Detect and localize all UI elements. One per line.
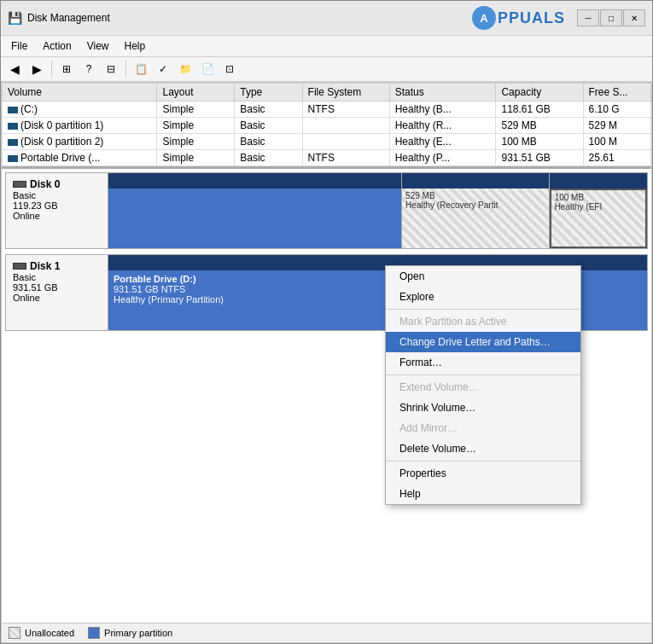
- table-row[interactable]: (Disk 0 partition 1) Simple Basic Health…: [3, 118, 651, 134]
- table-row[interactable]: (C:) Simple Basic NTFS Healthy (B... 118…: [3, 102, 651, 118]
- disk0-recovery-header: [402, 173, 549, 189]
- volume-table-section: Volume Layout Type File System Status Ca…: [2, 83, 651, 169]
- cell-volume: Portable Drive (...: [3, 150, 157, 166]
- table-row[interactable]: (Disk 0 partition 2) Simple Basic Health…: [3, 134, 651, 150]
- cell-status: Healthy (R...: [389, 118, 496, 134]
- disk1-size: 931.51 GB: [13, 282, 101, 293]
- forward-button[interactable]: ▶: [26, 60, 47, 78]
- disk1-label: Disk 1 Basic 931.51 GB Online: [6, 255, 108, 330]
- disk0-c-header: [108, 173, 401, 189]
- disk0-icon: [13, 181, 26, 188]
- disk0-partitions: 529 MBHealthy (Recovery Partit 100 MBHea…: [108, 173, 647, 248]
- toolbar-check-button[interactable]: ✓: [153, 60, 173, 78]
- close-button[interactable]: ✕: [623, 9, 645, 26]
- menu-file[interactable]: File: [4, 38, 34, 55]
- col-status: Status: [389, 84, 496, 102]
- cell-layout: Simple: [157, 150, 235, 166]
- appuals-avatar: A: [472, 6, 496, 30]
- legend-unallocated: Unallocated: [9, 627, 74, 639]
- cell-status: Healthy (E...: [389, 134, 496, 150]
- disk0-efi-header: [550, 173, 647, 189]
- ctx-sep-2: [386, 374, 580, 375]
- disk0-efi-partition[interactable]: 100 MBHealthy (EFI: [550, 173, 647, 248]
- ctx-format[interactable]: Format…: [386, 352, 580, 373]
- disk0-recovery-partition[interactable]: 529 MBHealthy (Recovery Partit: [402, 173, 550, 248]
- disk0-c-body: [108, 189, 401, 248]
- ctx-delete-volume[interactable]: Delete Volume…: [386, 438, 580, 459]
- disk0-status: Online: [13, 211, 101, 221]
- cell-layout: Simple: [157, 134, 235, 150]
- disk0-size: 119.23 GB: [13, 200, 101, 211]
- ctx-mark-active: Mark Partition as Active: [386, 311, 580, 332]
- disk0-label: Disk 0 Basic 119.23 GB Online: [6, 173, 108, 248]
- disk0-row: Disk 0 Basic 119.23 GB Online: [5, 172, 648, 249]
- col-volume: Volume: [3, 84, 157, 102]
- title-bar: 💾 Disk Management A PPUALS ─ □ ✕: [1, 1, 652, 36]
- disk0-title: Disk 0: [30, 178, 60, 190]
- ctx-open[interactable]: Open: [386, 266, 580, 287]
- cell-free: 529 M: [583, 118, 650, 134]
- toolbar-folder-button[interactable]: 📁: [175, 60, 195, 78]
- ctx-add-mirror: Add Mirror…: [386, 418, 580, 438]
- toolbar-separator-1: [51, 61, 52, 78]
- window-controls: ─ □ ✕: [577, 9, 645, 26]
- menu-help[interactable]: Help: [118, 38, 153, 55]
- toolbar: ◀ ▶ ⊞ ? ⊟ 📋 ✓ 📁 📄 ⊡: [1, 57, 652, 82]
- ctx-properties[interactable]: Properties: [386, 463, 580, 484]
- disk0-type: Basic: [13, 190, 101, 200]
- cell-capacity: 100 MB: [496, 134, 583, 150]
- toolbar-help-button[interactable]: ?: [79, 60, 99, 78]
- back-button[interactable]: ◀: [4, 60, 25, 78]
- col-capacity: Capacity: [496, 84, 583, 102]
- appuals-logo: A PPUALS: [472, 6, 565, 30]
- cell-layout: Simple: [157, 118, 235, 134]
- toolbar-clipboard-button[interactable]: 📋: [131, 60, 151, 78]
- cell-capacity: 529 MB: [496, 118, 583, 134]
- disk1-drive-label: Portable Drive (D:): [114, 274, 196, 284]
- cell-fs: [302, 118, 389, 134]
- cell-status: Healthy (B...: [389, 102, 496, 118]
- maximize-button[interactable]: □: [600, 9, 622, 26]
- ctx-help[interactable]: Help: [386, 484, 580, 504]
- toolbar-separator-2: [125, 61, 126, 78]
- context-menu: Open Explore Mark Partition as Active Ch…: [385, 265, 581, 505]
- toolbar-grid-button[interactable]: ⊞: [56, 60, 77, 78]
- ctx-explore[interactable]: Explore: [386, 287, 580, 307]
- legend-unallocated-box: [9, 627, 20, 639]
- toolbar-grid2-button[interactable]: ⊡: [219, 60, 240, 78]
- legend-unallocated-label: Unallocated: [25, 628, 74, 638]
- cell-type: Basic: [235, 150, 302, 166]
- disk1-status: Online: [13, 293, 101, 303]
- ctx-sep-1: [386, 309, 580, 310]
- window-title: Disk Management: [27, 12, 110, 24]
- disk0-name: Disk 0: [13, 178, 101, 190]
- cell-type: Basic: [235, 134, 302, 150]
- disk1-drive-status: Healthy (Primary Partition): [114, 294, 224, 305]
- col-type: Type: [235, 84, 302, 102]
- cell-capacity: 931.51 GB: [496, 150, 583, 166]
- window: 💾 Disk Management A PPUALS ─ □ ✕ File Ac…: [0, 0, 653, 644]
- ctx-change-drive-letter[interactable]: Change Drive Letter and Paths…: [386, 332, 580, 352]
- volume-table-body: (C:) Simple Basic NTFS Healthy (B... 118…: [3, 102, 651, 166]
- ctx-shrink-volume[interactable]: Shrink Volume…: [386, 397, 580, 418]
- table-row[interactable]: Portable Drive (... Simple Basic NTFS He…: [3, 150, 651, 166]
- ctx-sep-3: [386, 461, 580, 461]
- menu-view[interactable]: View: [80, 38, 116, 55]
- cell-volume: (Disk 0 partition 1): [3, 118, 157, 134]
- cell-layout: Simple: [157, 102, 235, 118]
- title-icon: 💾: [8, 11, 22, 25]
- col-layout: Layout: [157, 84, 235, 102]
- toolbar-doc-button[interactable]: 📄: [197, 60, 218, 78]
- cell-volume: (C:): [3, 102, 157, 118]
- minimize-button[interactable]: ─: [577, 9, 599, 26]
- toolbar-minus-button[interactable]: ⊟: [101, 60, 121, 78]
- legend-primary-box: [88, 627, 100, 639]
- cell-fs: [302, 134, 389, 150]
- disk1-drive-size: 931.51 GB NTFS: [114, 284, 185, 294]
- disk1-type: Basic: [13, 272, 101, 282]
- cell-free: 100 M: [583, 134, 650, 150]
- disk1-icon: [13, 263, 26, 270]
- menu-action[interactable]: Action: [36, 38, 78, 55]
- disk0-c-partition[interactable]: [108, 173, 402, 248]
- menu-bar: File Action View Help: [1, 36, 652, 57]
